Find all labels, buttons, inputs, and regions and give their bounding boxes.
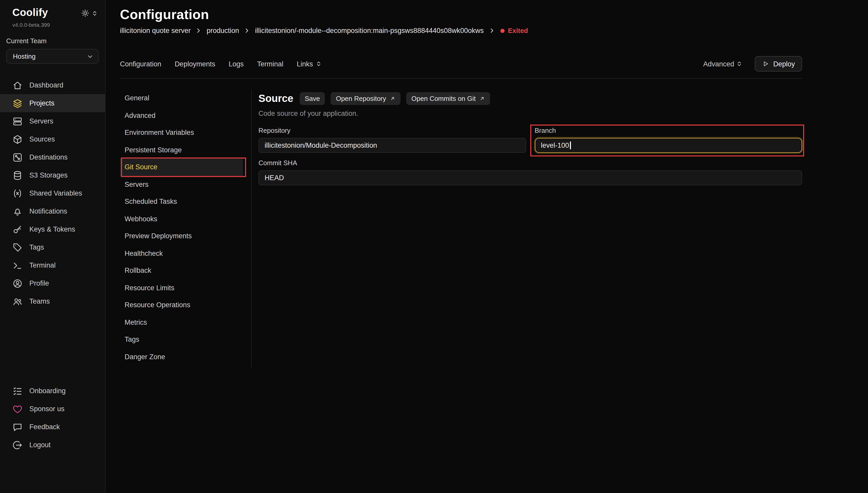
- subnav-item-servers[interactable]: Servers: [120, 176, 243, 193]
- status-dot-icon: [500, 28, 504, 33]
- panel-header: Source Save Open Repository Open Commits…: [258, 92, 802, 105]
- sidebar: Coolify v4.0.0-beta.399 Current Team Hos…: [0, 0, 106, 493]
- subnav-item-preview-deployments[interactable]: Preview Deployments: [120, 228, 243, 245]
- breadcrumb-project[interactable]: illicitonion quote server: [120, 27, 191, 35]
- subnav-item-resource-operations[interactable]: Resource Operations: [120, 296, 243, 314]
- tab-deployments[interactable]: Deployments: [175, 60, 215, 68]
- network-icon: [12, 152, 23, 163]
- open-repository-button[interactable]: Open Repository: [331, 92, 401, 105]
- sidebar-item-s3-storages[interactable]: S3 Storages: [0, 166, 105, 184]
- subnav-item-scheduled-tasks[interactable]: Scheduled Tasks: [120, 193, 243, 210]
- branch-value: level-100: [541, 142, 569, 149]
- repository-label: Repository: [258, 127, 526, 134]
- sidebar-item-sources[interactable]: Sources: [0, 130, 105, 148]
- sidebar-item-onboarding[interactable]: Onboarding: [0, 382, 105, 400]
- tab-terminal[interactable]: Terminal: [257, 60, 283, 68]
- advanced-selector[interactable]: Advanced: [703, 60, 742, 68]
- sidebar-item-notifications[interactable]: Notifications: [0, 202, 105, 220]
- tabs-actions: Advanced Deploy: [703, 56, 802, 71]
- commit-sha-input[interactable]: [258, 170, 802, 185]
- configuration-content: General Advanced Environment Variables P…: [120, 89, 802, 367]
- team-select[interactable]: Hosting: [6, 49, 99, 64]
- save-button[interactable]: Save: [300, 92, 325, 105]
- subnav-item-webhooks[interactable]: Webhooks: [120, 210, 243, 228]
- terminal-icon: [12, 260, 23, 271]
- sidebar-item-teams[interactable]: Teams: [0, 292, 105, 310]
- tab-logs[interactable]: Logs: [229, 60, 244, 68]
- subnav-item-general[interactable]: General: [120, 89, 243, 107]
- sidebar-item-feedback[interactable]: Feedback: [0, 418, 105, 436]
- config-subnav: General Advanced Environment Variables P…: [120, 89, 252, 367]
- sidebar-item-label: Servers: [29, 117, 53, 125]
- commit-sha-label: Commit SHA: [258, 159, 802, 167]
- subnav-item-rollback[interactable]: Rollback: [120, 262, 243, 279]
- tag-icon: [12, 242, 23, 252]
- sidebar-item-terminal[interactable]: Terminal: [0, 256, 105, 274]
- brand-logo: Coolify: [12, 7, 48, 19]
- chevron-down-icon: [86, 53, 94, 60]
- sidebar-item-label: Sponsor us: [29, 405, 65, 413]
- sidebar-item-destinations[interactable]: Destinations: [0, 148, 105, 166]
- subnav-item-resource-limits[interactable]: Resource Limits: [120, 279, 243, 296]
- theme-switcher[interactable]: [81, 9, 98, 18]
- main-content: Configuration illicitonion quote server …: [106, 0, 868, 493]
- chevron-right-icon: [244, 27, 251, 34]
- checklist-icon: [12, 386, 23, 396]
- key-icon: [12, 224, 23, 234]
- sun-icon[interactable]: [81, 9, 90, 18]
- chevron-right-icon: [488, 27, 495, 34]
- sidebar-item-label: Feedback: [29, 423, 60, 431]
- subnav-item-healthcheck[interactable]: Healthcheck: [120, 245, 243, 262]
- sidebar-nav: Dashboard Projects Servers Sources Desti…: [0, 76, 105, 310]
- sidebar-item-keys-tokens[interactable]: Keys & Tokens: [0, 220, 105, 238]
- branch-input[interactable]: level-100: [535, 138, 802, 153]
- open-commits-button[interactable]: Open Commits on Git: [406, 92, 490, 105]
- sidebar-item-label: Logout: [29, 441, 51, 449]
- updown-chevrons-icon: [736, 61, 742, 67]
- variable-brackets-icon: [12, 188, 23, 198]
- subnav-item-danger-zone[interactable]: Danger Zone: [120, 348, 243, 365]
- sidebar-item-tags[interactable]: Tags: [0, 238, 105, 256]
- home-icon: [12, 80, 23, 90]
- page-title: Configuration: [120, 7, 802, 23]
- subnav-item-tags[interactable]: Tags: [120, 331, 243, 348]
- bell-icon: [12, 206, 23, 216]
- breadcrumb: illicitonion quote server production ill…: [120, 27, 802, 35]
- status-label: Exited: [508, 27, 528, 35]
- deploy-button[interactable]: Deploy: [755, 56, 802, 71]
- sidebar-item-servers[interactable]: Servers: [0, 112, 105, 130]
- sidebar-item-label: Terminal: [29, 261, 56, 269]
- tab-links[interactable]: Links: [297, 60, 322, 68]
- chevron-right-icon: [195, 27, 202, 34]
- sidebar-item-dashboard[interactable]: Dashboard: [0, 76, 105, 94]
- subnav-item-metrics[interactable]: Metrics: [120, 314, 243, 331]
- current-team-label: Current Team: [6, 37, 99, 45]
- subnav-item-git-source[interactable]: Git Source: [120, 158, 243, 176]
- subnav-item-advanced[interactable]: Advanced: [120, 107, 243, 124]
- arrow-up-right-icon: [390, 96, 395, 101]
- subnav-item-persistent-storage[interactable]: Persistent Storage: [120, 141, 243, 158]
- breadcrumb-environment[interactable]: production: [207, 27, 239, 35]
- sidebar-item-label: Notifications: [29, 207, 67, 215]
- repository-field: Repository: [258, 127, 526, 153]
- updown-chevrons-icon[interactable]: [92, 10, 98, 16]
- repository-input[interactable]: [258, 138, 526, 153]
- sidebar-item-label: Onboarding: [29, 387, 66, 395]
- subnav-item-environment-variables[interactable]: Environment Variables: [120, 124, 243, 141]
- arrow-up-right-icon: [479, 96, 485, 101]
- layers-icon: [12, 98, 23, 108]
- branch-label: Branch: [535, 127, 802, 134]
- sidebar-item-label: Shared Variables: [29, 189, 82, 197]
- sidebar-item-logout[interactable]: Logout: [0, 436, 105, 454]
- play-icon: [762, 60, 769, 67]
- tab-configuration[interactable]: Configuration: [120, 60, 162, 68]
- sidebar-item-shared-variables[interactable]: Shared Variables: [0, 184, 105, 202]
- logout-icon: [12, 440, 23, 450]
- breadcrumb-resource[interactable]: illicitestonion/-module--decomposition:m…: [255, 27, 484, 35]
- sidebar-item-sponsor-us[interactable]: Sponsor us: [0, 400, 105, 418]
- sidebar-item-profile[interactable]: Profile: [0, 274, 105, 292]
- source-form-row-2: Commit SHA: [258, 159, 802, 185]
- sidebar-item-label: Teams: [29, 297, 50, 305]
- user-circle-icon: [12, 278, 23, 288]
- sidebar-item-projects[interactable]: Projects: [0, 94, 105, 112]
